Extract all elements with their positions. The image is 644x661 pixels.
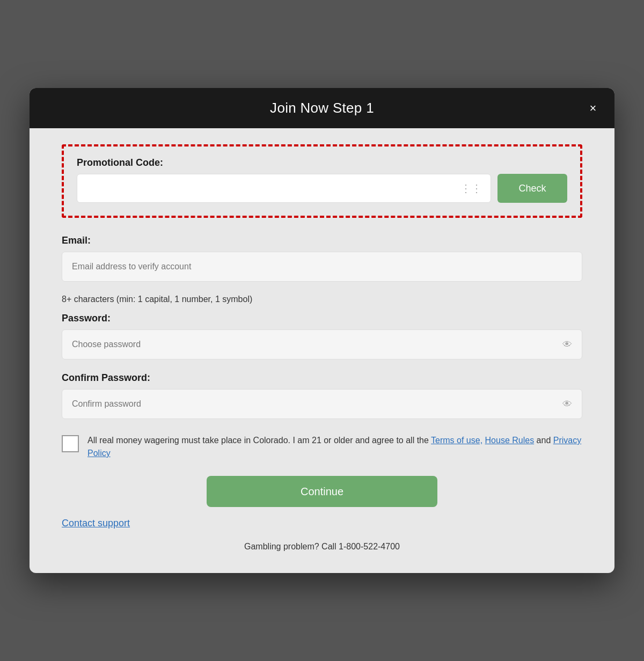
checkbox-text: All real money wagering must take place … xyxy=(87,434,582,460)
modal: Join Now Step 1 × Promotional Code: ⋮⋮ C… xyxy=(30,88,614,573)
promo-row: ⋮⋮ Check xyxy=(77,174,567,203)
gambling-notice: Gambling problem? Call 1-800-522-4700 xyxy=(62,542,582,552)
password-section: Password: 👁 xyxy=(62,313,582,359)
promo-icon: ⋮⋮ xyxy=(460,182,482,195)
continue-button[interactable]: Continue xyxy=(207,476,437,507)
confirm-password-label: Confirm Password: xyxy=(62,372,582,384)
check-button[interactable]: Check xyxy=(497,174,567,203)
checkbox-section: All real money wagering must take place … xyxy=(62,434,582,460)
password-hint: 8+ characters (min: 1 capital, 1 number,… xyxy=(62,295,582,304)
eye-icon[interactable]: 👁 xyxy=(562,339,572,350)
promo-label: Promotional Code: xyxy=(77,157,567,168)
modal-title: Join Now Step 1 xyxy=(270,100,374,116)
modal-overlay: Join Now Step 1 × Promotional Code: ⋮⋮ C… xyxy=(30,88,614,573)
email-label: Email: xyxy=(62,235,582,246)
contact-support-link[interactable]: Contact support xyxy=(62,518,130,529)
confirm-password-input-wrapper: 👁 xyxy=(62,389,582,419)
email-section: Email: xyxy=(62,235,582,282)
promo-input-wrapper: ⋮⋮ xyxy=(77,174,491,203)
checkbox-text-before: All real money wagering must take place … xyxy=(87,436,431,445)
modal-body: Promotional Code: ⋮⋮ Check Email: 8+ cha… xyxy=(30,128,614,573)
checkbox-text-middle: and xyxy=(534,436,553,445)
modal-header: Join Now Step 1 × xyxy=(30,88,614,128)
password-input-wrapper: 👁 xyxy=(62,329,582,359)
confirm-password-input[interactable] xyxy=(72,399,562,409)
terms-link[interactable]: Terms of use, xyxy=(431,436,482,445)
close-button[interactable]: × xyxy=(584,100,602,117)
agree-checkbox[interactable] xyxy=(62,435,79,452)
password-label: Password: xyxy=(62,313,582,324)
promo-input[interactable] xyxy=(86,183,456,193)
confirm-eye-icon[interactable]: 👁 xyxy=(562,399,572,410)
promo-section: Promotional Code: ⋮⋮ Check xyxy=(62,144,582,218)
email-input[interactable] xyxy=(72,262,572,271)
password-input[interactable] xyxy=(72,340,562,349)
email-input-wrapper xyxy=(62,252,582,282)
confirm-password-section: Confirm Password: 👁 xyxy=(62,372,582,419)
house-rules-link[interactable]: House Rules xyxy=(485,436,535,445)
